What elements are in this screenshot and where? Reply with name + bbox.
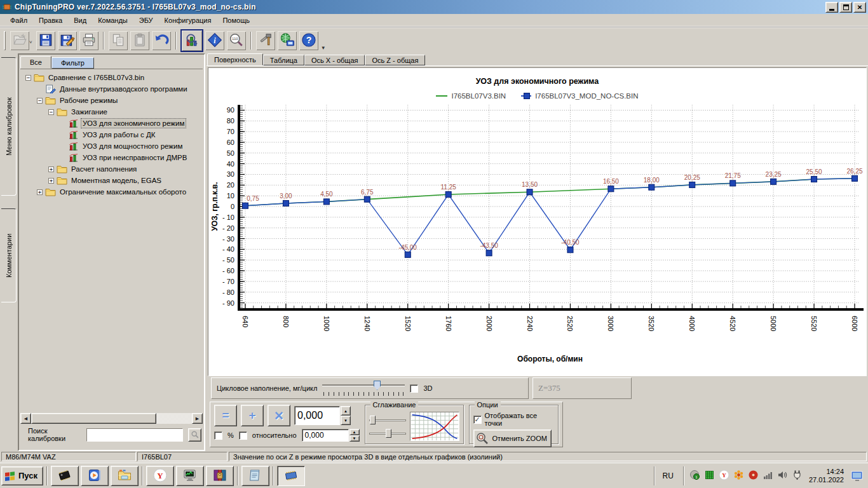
add-button[interactable]: +: [241, 405, 264, 426]
tray-yandex-icon[interactable]: Y: [719, 470, 729, 482]
online-update-button[interactable]: [277, 30, 297, 51]
show-desktop-icon[interactable]: [850, 469, 864, 483]
help-button[interactable]: ?: [299, 30, 319, 51]
slider-thumb[interactable]: [374, 381, 381, 390]
multiply-button[interactable]: ✕: [268, 405, 290, 426]
menu-item-6[interactable]: Помощь: [217, 15, 255, 25]
3d-checkbox[interactable]: [410, 384, 418, 393]
start-button[interactable]: Пуск: [1, 466, 43, 485]
tray-ccleaner-icon[interactable]: [748, 470, 759, 482]
spin-down-icon[interactable]: ▼: [349, 435, 360, 442]
expand-icon[interactable]: +: [37, 189, 43, 195]
menu-item-1[interactable]: Правка: [34, 15, 67, 25]
tray-power-icon[interactable]: [792, 470, 803, 482]
workspace-tab-item[interactable]: Таблица: [263, 55, 304, 65]
absolute-value-spinbox[interactable]: 0,000 ▲▼: [294, 406, 351, 425]
tree-item[interactable]: + Расчет наполнения: [23, 163, 203, 175]
scroll-left-icon[interactable]: ◀: [20, 413, 31, 424]
collapse-icon[interactable]: −: [48, 109, 54, 115]
set-equal-button[interactable]: =: [214, 405, 237, 426]
tree-item[interactable]: + Моментная модель, EGAS: [23, 175, 203, 186]
task-winrar[interactable]: [206, 466, 234, 486]
workspace-tab-active[interactable]: Поверхность: [207, 53, 263, 65]
tray-volume-icon[interactable]: [777, 470, 788, 482]
side-tab-calibrations[interactable]: Меню калибровок: [1, 57, 17, 196]
tray-signal-icon[interactable]: [763, 470, 773, 482]
relative-value-spinbox[interactable]: 0,000 ▲▼: [302, 429, 360, 442]
task-hardware-monitor[interactable]: [176, 466, 204, 486]
smoothing-slider-2[interactable]: [369, 429, 406, 438]
spin-down-icon[interactable]: ▼: [341, 416, 351, 425]
tools-button[interactable]: [255, 30, 276, 51]
tree-item[interactable]: УОЗ для экономичного режим: [23, 118, 203, 129]
menu-item-5[interactable]: Конфигурация: [159, 15, 217, 25]
zoom-window-button[interactable]: 110: [226, 30, 247, 51]
workspace-tab-item[interactable]: Ось Z - общая: [365, 55, 425, 65]
workspace-tab-item[interactable]: Ось X - общая: [304, 55, 365, 65]
open-file-button[interactable]: [10, 30, 30, 51]
tray-settings-flower-icon[interactable]: [733, 470, 744, 482]
search-input[interactable]: [87, 429, 182, 442]
save-as-button[interactable]: [57, 30, 78, 51]
open-dropdown-icon[interactable]: ˅: [29, 39, 32, 45]
title-bar[interactable]: ChipTuningPRO ver.7.2022.56.3751 - I765B…: [0, 0, 868, 14]
tab-filter[interactable]: Фильтр: [51, 57, 94, 69]
tab-all[interactable]: Все: [20, 56, 51, 69]
slider-thumb[interactable]: [370, 416, 376, 424]
show-all-points-checkbox[interactable]: ✓: [473, 416, 482, 424]
tree-item[interactable]: УОЗ при неисправности ДМРВ: [23, 152, 203, 163]
search-button[interactable]: [188, 428, 201, 442]
collapse-icon[interactable]: −: [25, 75, 31, 81]
tree-item[interactable]: − Рабочие режимы: [23, 95, 203, 106]
close-button[interactable]: ✕: [853, 2, 866, 13]
view-graph-button[interactable]: [180, 29, 203, 52]
collapse-icon[interactable]: −: [37, 98, 43, 104]
relative-checkbox[interactable]: [239, 431, 247, 440]
task-media-player[interactable]: [81, 466, 109, 486]
tray-matrix-grid-icon[interactable]: [704, 470, 715, 482]
menu-item-0[interactable]: Файл: [5, 15, 32, 25]
scroll-right-icon[interactable]: ▶: [192, 413, 203, 424]
chart-plot[interactable]: - 90- 80- 70- 60- 50- 40- 30- 20- 100102…: [208, 101, 864, 367]
paste-button[interactable]: [130, 30, 150, 51]
percent-checkbox[interactable]: [214, 431, 222, 440]
undo-button[interactable]: [151, 30, 172, 51]
toolbar-overflow-icon[interactable]: ▼: [321, 45, 326, 51]
tree-item[interactable]: Данные внутризаводского программи: [23, 83, 203, 95]
smoothing-curves-icon[interactable]: [410, 412, 459, 441]
copy-button[interactable]: [108, 30, 128, 51]
toolbar-grip[interactable]: [4, 31, 6, 50]
task-yandex-browser[interactable]: Y: [146, 466, 174, 486]
menu-item-2[interactable]: Вид: [69, 15, 92, 25]
save-file-button[interactable]: [36, 30, 56, 51]
expand-icon[interactable]: +: [48, 166, 54, 172]
cancel-zoom-button[interactable]: Отменить ZOOM: [473, 430, 552, 447]
tree-item[interactable]: − Сравнение с I765BL07v3.bin: [23, 72, 203, 83]
tree-item[interactable]: УОЗ для работы с ДК: [23, 129, 203, 140]
spin-up-icon[interactable]: ▲: [349, 429, 360, 435]
scroll-thumb[interactable]: [31, 413, 156, 424]
task-file-explorer[interactable]: [111, 466, 139, 486]
side-tab-comments[interactable]: Комментарии: [1, 208, 17, 302]
task-chiptuning-pro[interactable]: [277, 466, 305, 486]
z-plane-slider[interactable]: [322, 379, 405, 398]
maximize-button[interactable]: [839, 2, 852, 13]
slider-thumb[interactable]: [386, 429, 391, 438]
tree-item[interactable]: УОЗ для мощностного режим: [23, 140, 203, 152]
info-button[interactable]: i: [205, 30, 225, 51]
language-indicator[interactable]: RU: [660, 470, 676, 482]
tray-antivirus-icon[interactable]: 1: [689, 470, 700, 482]
menu-item-4[interactable]: ЭБУ: [134, 15, 158, 25]
spin-up-icon[interactable]: ▲: [341, 406, 351, 416]
smoothing-slider-1[interactable]: [369, 416, 406, 424]
task-chip-editor[interactable]: [51, 466, 79, 486]
tree-horizontal-scrollbar[interactable]: ◀ ▶: [20, 413, 203, 424]
minimize-button[interactable]: [825, 2, 838, 13]
tree-item[interactable]: − Зажигание: [23, 106, 203, 118]
scroll-track[interactable]: [31, 413, 192, 424]
print-button[interactable]: [79, 30, 99, 51]
expand-icon[interactable]: +: [48, 178, 54, 184]
task-notepad[interactable]: [241, 466, 269, 486]
tree-item[interactable]: + Ограничение максимальных оборото: [23, 186, 203, 198]
menu-item-3[interactable]: Команды: [93, 15, 133, 25]
